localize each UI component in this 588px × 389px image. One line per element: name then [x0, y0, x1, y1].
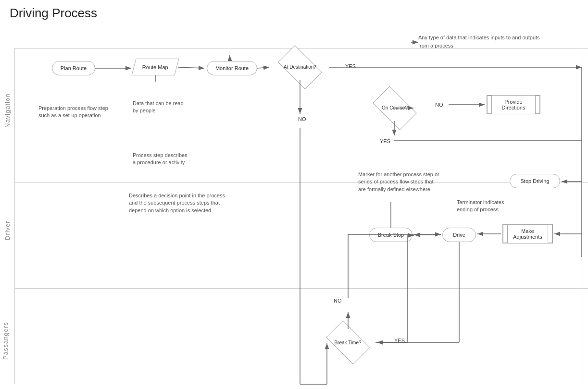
prep-annotation: Preparation process flow stepsuch as a s… — [38, 105, 125, 120]
at-destination-node: At Destination? — [271, 54, 329, 80]
on-course-node: On Course? — [368, 95, 421, 121]
stop-driving-node: Stop Driving — [510, 174, 560, 188]
lane-passengers-label: Passangers — [2, 317, 12, 365]
lane-top-border — [14, 48, 588, 49]
lane-mid2-border — [14, 288, 588, 289]
no-label-break: NO — [334, 298, 342, 304]
no-label-atdest: NO — [298, 116, 306, 122]
lane-driver-label: Driver — [4, 211, 13, 250]
yes-label-break: YES — [394, 338, 405, 343]
provide-directions-node: ProvideDirections — [487, 95, 540, 114]
legend-note: Any type of data that indicates inputs t… — [418, 34, 543, 49]
break-stop-node: Break Stop — [369, 228, 413, 242]
decision-annotation: Describes a decision point in the proces… — [129, 192, 225, 214]
terminator-annotation: Terminator indicatesending of process — [457, 199, 534, 214]
data-annotation: Data that can be readby people — [133, 100, 210, 115]
process-annotation: Process step describesa procedure or act… — [133, 152, 210, 167]
monitor-route-node: Monitor Route — [207, 61, 257, 75]
yes-label-oncourse: YES — [380, 138, 390, 144]
plan-route-node: Plan Route — [52, 61, 95, 75]
no-label-oncourse: NO — [435, 102, 443, 108]
route-map-node: Route Map — [131, 59, 179, 75]
drive-node: Drive — [442, 228, 476, 242]
yes-label-top: YES — [345, 63, 356, 69]
break-time-node: Break Time? — [320, 329, 375, 356]
marker-annotation: Marker for another process step or serie… — [358, 171, 442, 193]
page-title: Driving Process — [10, 6, 97, 21]
lane-mid1-border — [14, 182, 588, 183]
make-adjustments-node: MakeAdjustments — [502, 224, 553, 243]
lane-navigation-label: Navigation — [4, 86, 13, 134]
